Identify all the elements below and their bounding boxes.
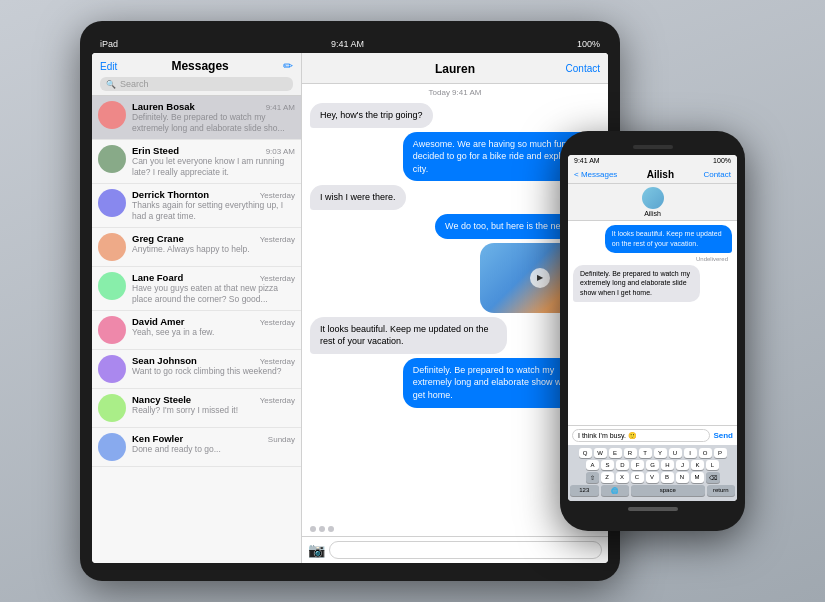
- conv-time: Sunday: [268, 435, 295, 444]
- conversation-item[interactable]: Erin Steed9:03 AMCan you let everyone kn…: [92, 140, 301, 184]
- key-v[interactable]: V: [646, 472, 659, 483]
- iphone-send-button[interactable]: Send: [713, 431, 733, 440]
- iphone-device: 9:41 AM 100% < Messages Ailish Contact A…: [560, 131, 745, 531]
- key-space[interactable]: space: [631, 485, 705, 496]
- messages-header: Edit Messages ✏ 🔍 Search: [92, 53, 301, 96]
- iphone-battery: 100%: [713, 157, 731, 164]
- typing-dot-2: [319, 526, 325, 532]
- conv-time: Yesterday: [260, 318, 295, 327]
- conv-content: Greg CraneYesterdayAnytime. Always happy…: [132, 233, 295, 255]
- iphone-nav-bar: < Messages Ailish Contact: [568, 166, 737, 184]
- key-t[interactable]: T: [639, 448, 652, 458]
- key-k[interactable]: K: [691, 460, 704, 470]
- avatar: [98, 272, 126, 300]
- key-123[interactable]: 123: [570, 485, 599, 496]
- conv-content: Nancy SteeleYesterdayReally? I'm sorry I…: [132, 394, 295, 416]
- keyboard-row: QWERTYUIOP: [570, 448, 735, 458]
- chat-header: Lauren Contact: [302, 53, 608, 84]
- key-c[interactable]: C: [631, 472, 644, 483]
- iphone-avatar-name: Ailish: [644, 210, 661, 217]
- typing-indicator: [302, 522, 608, 536]
- conversation-item[interactable]: Greg CraneYesterdayAnytime. Always happy…: [92, 228, 301, 267]
- key-j[interactable]: J: [676, 460, 689, 470]
- messages-title: Messages: [171, 59, 228, 73]
- chat-input-field[interactable]: [329, 541, 602, 559]
- conv-content: Lauren Bosak9:41 AMDefinitely. Be prepar…: [132, 101, 295, 134]
- iphone-bubble: It looks beautiful. Keep me updated on t…: [605, 225, 732, 253]
- iphone-contact-button[interactable]: Contact: [703, 170, 731, 179]
- contact-button[interactable]: Contact: [566, 63, 600, 74]
- conversation-list: Lauren Bosak9:41 AMDefinitely. Be prepar…: [92, 96, 301, 563]
- conv-time: Yesterday: [260, 396, 295, 405]
- key-s[interactable]: S: [601, 460, 614, 470]
- compose-button[interactable]: ✏: [283, 59, 293, 73]
- key-xx[interactable]: 🌐: [601, 485, 630, 496]
- conv-time: Yesterday: [260, 357, 295, 366]
- conv-preview: Can you let everyone know I am running l…: [132, 156, 295, 178]
- conv-preview: Want to go rock climbing this weekend?: [132, 366, 295, 377]
- avatar: [98, 355, 126, 383]
- camera-icon[interactable]: 📷: [308, 542, 325, 558]
- key-b[interactable]: B: [661, 472, 674, 483]
- key-y[interactable]: Y: [654, 448, 667, 458]
- avatar: [98, 316, 126, 344]
- iphone-home-bar: [628, 507, 678, 511]
- search-bar[interactable]: 🔍 Search: [100, 77, 293, 91]
- key-x[interactable]: ⇧: [586, 472, 599, 483]
- conversation-item[interactable]: David AmerYesterdayYeah, see ya in a few…: [92, 311, 301, 350]
- iphone-screen: 9:41 AM 100% < Messages Ailish Contact A…: [568, 155, 737, 501]
- key-n[interactable]: N: [676, 472, 689, 483]
- conversation-item[interactable]: Derrick ThorntonYesterdayThanks again fo…: [92, 184, 301, 228]
- key-d[interactable]: D: [616, 460, 629, 470]
- key-p[interactable]: P: [714, 448, 727, 458]
- search-placeholder: Search: [120, 79, 149, 89]
- edit-button[interactable]: Edit: [100, 61, 117, 72]
- conv-time: Yesterday: [260, 235, 295, 244]
- iphone-chat: It looks beautiful. Keep me updated on t…: [568, 221, 737, 425]
- iphone-contact-name: Ailish: [647, 169, 674, 180]
- conv-preview: Done and ready to go...: [132, 444, 295, 455]
- key-r[interactable]: R: [624, 448, 637, 458]
- conv-name: Derrick Thornton: [132, 189, 209, 200]
- chat-input-bar: 📷: [302, 536, 608, 563]
- key-return[interactable]: return: [707, 485, 736, 496]
- key-x[interactable]: ⌫: [706, 472, 720, 483]
- key-e[interactable]: E: [609, 448, 622, 458]
- play-button[interactable]: ▶: [530, 268, 550, 288]
- conversation-item[interactable]: Lane FoardYesterdayHave you guys eaten a…: [92, 267, 301, 311]
- key-g[interactable]: G: [646, 460, 659, 470]
- ipad-label: iPad: [100, 39, 118, 49]
- conv-name: Lauren Bosak: [132, 101, 195, 112]
- key-q[interactable]: Q: [579, 448, 592, 458]
- chat-date: Today 9:41 AM: [302, 84, 608, 99]
- conv-name: Erin Steed: [132, 145, 179, 156]
- conversation-item[interactable]: Ken FowlerSundayDone and ready to go...: [92, 428, 301, 467]
- key-w[interactable]: W: [594, 448, 607, 458]
- ipad-status-bar: iPad 9:41 AM 100%: [92, 39, 608, 53]
- conversation-item[interactable]: Nancy SteeleYesterdayReally? I'm sorry I…: [92, 389, 301, 428]
- key-i[interactable]: I: [684, 448, 697, 458]
- conv-preview: Thanks again for setting everything up, …: [132, 200, 295, 222]
- conv-time: 9:03 AM: [266, 147, 295, 156]
- conversation-item[interactable]: Sean JohnsonYesterdayWant to go rock cli…: [92, 350, 301, 389]
- key-l[interactable]: L: [706, 460, 719, 470]
- chat-bubble: Hey, how's the trip going?: [310, 103, 433, 128]
- key-m[interactable]: M: [691, 472, 704, 483]
- conv-time: Yesterday: [260, 274, 295, 283]
- avatar: [98, 394, 126, 422]
- conv-content: David AmerYesterdayYeah, see ya in a few…: [132, 316, 295, 338]
- iphone-back-button[interactable]: < Messages: [574, 170, 617, 179]
- key-o[interactable]: O: [699, 448, 712, 458]
- key-x[interactable]: X: [616, 472, 629, 483]
- conv-name: Lane Foard: [132, 272, 183, 283]
- conv-content: Erin Steed9:03 AMCan you let everyone kn…: [132, 145, 295, 178]
- iphone-input-field[interactable]: [572, 429, 710, 442]
- keyboard-row: 123🌐spacereturn: [570, 485, 735, 496]
- conversation-item[interactable]: Lauren Bosak9:41 AMDefinitely. Be prepar…: [92, 96, 301, 140]
- key-h[interactable]: H: [661, 460, 674, 470]
- chat-contact-name: Lauren: [435, 62, 475, 76]
- key-z[interactable]: Z: [601, 472, 614, 483]
- key-f[interactable]: F: [631, 460, 644, 470]
- key-a[interactable]: A: [586, 460, 599, 470]
- key-u[interactable]: U: [669, 448, 682, 458]
